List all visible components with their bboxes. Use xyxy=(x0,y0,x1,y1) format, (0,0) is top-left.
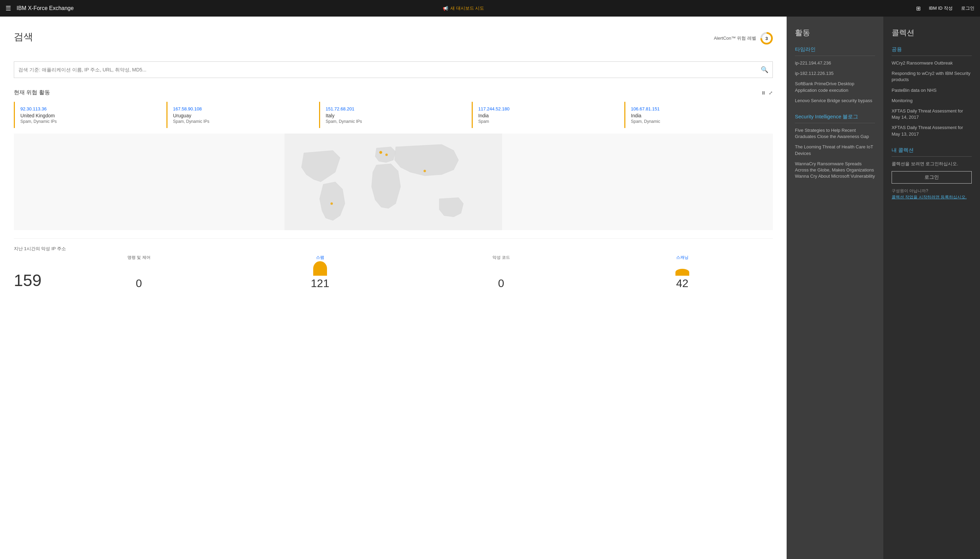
timeline-section: 타임라인 ip-221.194.47.236ip-182.112.226.135… xyxy=(795,46,875,104)
map-svg xyxy=(14,134,773,230)
threat-section: 현재 위협 활동 ⏸ ⤢ 92.30.113.36 United Kingdom… xyxy=(14,89,773,128)
collections-login-button[interactable]: 로그인 xyxy=(892,171,972,184)
svg-point-2 xyxy=(330,203,333,205)
stats-period-label: 지난 1시간의 악성 IP 주소 xyxy=(14,246,773,252)
stats-column: 스팸 121 xyxy=(230,255,411,290)
my-collections-desc: 콜렉션을 보려면 로그인하십시오. xyxy=(892,161,972,167)
threat-description: Spam, Dynamic IPs xyxy=(20,119,157,124)
public-collections-section: 공용 WCry2 Ransomware OutbreakResponding t… xyxy=(892,46,972,137)
stats-col-value: 0 xyxy=(413,277,589,290)
stats-column: 악성 코드 0 xyxy=(411,255,592,290)
stats-column: 스캐닝 42 xyxy=(592,255,773,290)
threat-country: India xyxy=(631,113,767,118)
blog-item[interactable]: The Looming Threat of Health Care IoT De… xyxy=(795,144,875,156)
threat-description: Spam, Dynamic xyxy=(631,119,767,124)
blog-items-container: Five Strategies to Help Recent Graduates… xyxy=(795,127,875,179)
stats-col-link[interactable]: 스팸 xyxy=(232,255,408,261)
threat-ip-link[interactable]: 151.72.68.201 xyxy=(326,106,354,111)
activity-panel: 활동 타임라인 ip-221.194.47.236ip-182.112.226.… xyxy=(787,17,883,559)
new-dashboard-banner[interactable]: 📢 새 대시보드 시도 xyxy=(443,5,484,12)
stats-chart-area xyxy=(51,262,227,276)
search-title: 검색 xyxy=(14,30,33,43)
threat-description: Spam, Dynamic IPs xyxy=(173,119,309,124)
stats-chart-area xyxy=(595,262,770,276)
threat-header: 현재 위협 활동 ⏸ ⤢ xyxy=(14,89,773,96)
threat-ip-link[interactable]: 167.58.90.108 xyxy=(173,106,202,111)
stats-bar xyxy=(675,269,689,276)
threat-ip-link[interactable]: 92.30.113.36 xyxy=(20,106,46,111)
collections-panel: 콜렉션 공용 WCry2 Ransomware OutbreakRespondi… xyxy=(883,17,980,559)
new-tab-icon[interactable]: ⊞ xyxy=(916,5,920,12)
public-collections-list: WCry2 Ransomware OutbreakResponding to w… xyxy=(892,60,972,137)
blog-item[interactable]: Five Strategies to Help Recent Graduates… xyxy=(795,127,875,140)
alertcon-gauge: 3 xyxy=(760,32,773,45)
stats-bar xyxy=(313,261,327,276)
collections-heading: 콜렉션 xyxy=(892,28,972,38)
blog-title: Security Intelligence 블로그 xyxy=(795,114,875,123)
stats-col-link[interactable]: 스캐닝 xyxy=(595,255,770,261)
threat-country: India xyxy=(478,113,615,118)
blog-item[interactable]: WannaCry Ransomware Spreads Across the G… xyxy=(795,161,875,180)
main-content: 검색 AlertCon™ 위협 레벨 3 🔍 현재 위협 활동 ⏸ ⤢ xyxy=(0,17,787,559)
public-collection-item[interactable]: WCry2 Ransomware Outbreak xyxy=(892,60,972,66)
threat-card: 106.67.81.151 India Spam, Dynamic xyxy=(624,102,773,128)
not-member-text: 구성원이 아닙니까? 콜렉션 작업을 시작하려면 등록하십시오. xyxy=(892,188,972,200)
timeline-item[interactable]: SoftBank PrimeDrive Desktop Application … xyxy=(795,81,875,93)
blog-section: Security Intelligence 블로그 Five Strategie… xyxy=(795,114,875,179)
login-link[interactable]: 로그인 xyxy=(961,5,975,12)
timeline-item[interactable]: ip-182.112.226.135 xyxy=(795,70,875,77)
threat-cards-container: 92.30.113.36 United Kingdom Spam, Dynami… xyxy=(14,102,773,128)
threat-card: 92.30.113.36 United Kingdom Spam, Dynami… xyxy=(14,102,162,128)
public-collection-item[interactable]: Responding to wCry2 with IBM Security pr… xyxy=(892,70,972,83)
register-link[interactable]: 콜렉션 작업을 시작하려면 등록하십시오. xyxy=(892,195,967,199)
svg-point-4 xyxy=(424,170,426,172)
main-layout: 검색 AlertCon™ 위협 레벨 3 🔍 현재 위협 활동 ⏸ ⤢ xyxy=(0,17,980,559)
svg-point-1 xyxy=(379,151,382,154)
public-collection-item[interactable]: Monitoring xyxy=(892,98,972,104)
threat-description: Spam xyxy=(478,119,615,124)
threat-card: 167.58.90.108 Uruguay Spam, Dynamic IPs xyxy=(166,102,315,128)
stats-col-value: 121 xyxy=(232,277,408,290)
alertcon-value: 3 xyxy=(762,34,771,43)
stats-col-value: 0 xyxy=(51,277,227,290)
timeline-items-container: ip-221.194.47.236ip-182.112.226.135SoftB… xyxy=(795,60,875,104)
pause-icon[interactable]: ⏸ xyxy=(761,90,766,96)
stats-chart-area xyxy=(413,262,589,276)
public-collection-item[interactable]: XFTAS Daily Threat Assessment for May 14… xyxy=(892,108,972,121)
expand-icon[interactable]: ⤢ xyxy=(769,90,773,96)
search-input-wrapper[interactable]: 🔍 xyxy=(14,61,773,78)
threat-controls: ⏸ ⤢ xyxy=(761,90,773,96)
public-collection-item[interactable]: PasteBin data on NHS xyxy=(892,87,972,94)
alertcon-label: AlertCon™ 위협 레벨 xyxy=(714,35,756,41)
stats-col-value: 42 xyxy=(595,277,770,290)
stats-col-label: 악성 코드 xyxy=(413,255,589,261)
world-map xyxy=(14,134,773,230)
stats-col-label: 명령 및 제어 xyxy=(51,255,227,261)
public-collection-item[interactable]: XFTAS Daily Threat Assessment for May 13… xyxy=(892,124,972,137)
alertcon-widget: AlertCon™ 위협 레벨 3 xyxy=(714,32,773,45)
activity-heading: 활동 xyxy=(795,28,875,38)
topnav-right-actions: ⊞ IBM ID 작성 로그인 xyxy=(916,5,975,12)
search-input[interactable] xyxy=(18,67,761,73)
megaphone-icon: 📢 xyxy=(443,6,448,11)
stats-columns: 명령 및 제어 0 스팸 121 악성 코드 0 스캐닝 42 xyxy=(48,255,773,290)
stats-column: 명령 및 제어 0 xyxy=(48,255,230,290)
create-id-link[interactable]: IBM ID 작성 xyxy=(929,5,953,12)
app-title: IBM X-Force Exchange xyxy=(17,5,437,12)
threat-ip-link[interactable]: 106.67.81.151 xyxy=(631,106,660,111)
hamburger-menu-icon[interactable]: ☰ xyxy=(5,5,11,12)
timeline-item[interactable]: ip-221.194.47.236 xyxy=(795,60,875,66)
timeline-item[interactable]: Lenovo Service Bridge security bypass xyxy=(795,98,875,104)
my-collections-section: 내 콜렉션 콜렉션을 보려면 로그인하십시오. 로그인 구성원이 아닙니까? 콜… xyxy=(892,147,972,200)
threat-card: 117.244.52.180 India Spam xyxy=(472,102,620,128)
not-member-label: 구성원이 아닙니까? xyxy=(892,189,928,193)
my-collections-title: 내 콜렉션 xyxy=(892,147,972,157)
threat-ip-link[interactable]: 117.244.52.180 xyxy=(478,106,509,111)
search-icon[interactable]: 🔍 xyxy=(761,66,768,73)
search-section: 검색 AlertCon™ 위협 레벨 3 🔍 xyxy=(14,30,773,78)
new-dashboard-label: 새 대시보드 시도 xyxy=(450,5,484,12)
threat-title: 현재 위협 활동 xyxy=(14,89,50,96)
threat-country: Italy xyxy=(326,113,462,118)
public-collections-title: 공용 xyxy=(892,46,972,56)
stats-chart-area xyxy=(232,262,408,276)
